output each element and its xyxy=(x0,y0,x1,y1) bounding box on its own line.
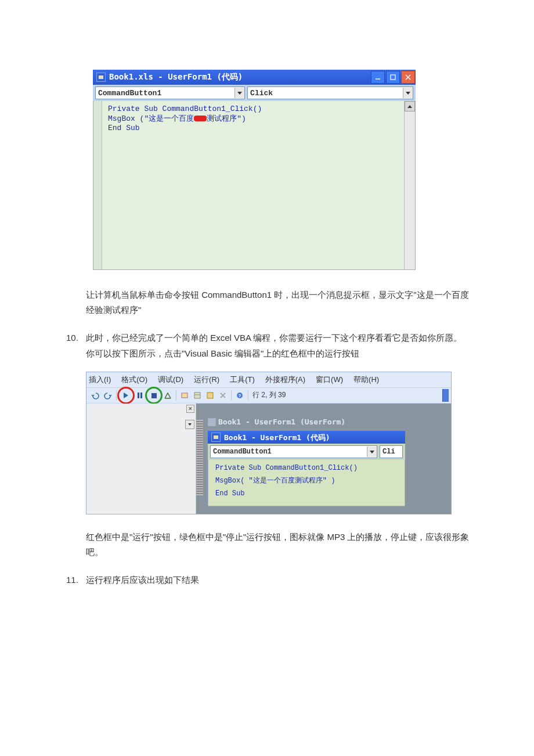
code-line: 测试程序" ) xyxy=(295,477,335,485)
svg-rect-6 xyxy=(194,393,200,398)
project-explorer-button[interactable] xyxy=(179,390,190,401)
close-button[interactable] xyxy=(401,71,415,84)
menu-insert[interactable]: 插入(I) xyxy=(89,373,111,386)
step-item: 10. 此时，你已经完成了一个简单的 Excel VBA 编程，你需要运行一下这… xyxy=(64,330,470,559)
step-text: 此时，你已经完成了一个简单的 Excel VBA 编程，你需要运行一下这个程序看… xyxy=(86,333,462,358)
designer-canvas: Book1 - UserForm1 (UserForm) Book1 - Use… xyxy=(196,404,451,514)
svg-rect-1 xyxy=(391,75,395,80)
scroll-up-button[interactable] xyxy=(405,101,415,111)
pause-button[interactable] xyxy=(134,390,146,401)
toolbar-overflow[interactable] xyxy=(442,389,449,402)
code-line: Private Sub CommandButton1_Click() xyxy=(215,464,358,472)
maximize-button[interactable] xyxy=(386,71,400,84)
inner-window-title: Book1 - UserForm1 (代码) xyxy=(224,431,330,444)
svg-rect-5 xyxy=(182,393,187,398)
code-line: End Sub xyxy=(215,489,244,498)
panel-close-button[interactable]: ✕ xyxy=(186,405,194,413)
chevron-down-icon[interactable] xyxy=(234,88,244,98)
panel-dropdown-button[interactable] xyxy=(185,420,194,429)
inner-object-value: CommandButton1 xyxy=(213,446,272,459)
minimize-button[interactable] xyxy=(371,71,385,84)
vba-editor-screenshot: 插入(I) 格式(O) 调试(D) 运行(R) 工具(T) 外接程序(A) 窗口… xyxy=(86,372,452,514)
toolbar: ? 行 2, 列 39 xyxy=(86,387,451,404)
undo-button[interactable] xyxy=(89,390,101,401)
code-line: End Sub xyxy=(108,124,140,132)
menu-help[interactable]: 帮助(H) xyxy=(353,373,379,386)
code-gutter xyxy=(93,101,102,269)
vertical-scrollbar[interactable] xyxy=(404,101,415,269)
procedure-dropdown-value: Click xyxy=(250,89,273,98)
chevron-down-icon[interactable] xyxy=(403,88,413,98)
inner-object-dropdown[interactable]: CommandButton1 xyxy=(210,445,377,458)
menubar: 插入(I) 格式(O) 调试(D) 运行(R) 工具(T) 外接程序(A) 窗口… xyxy=(86,372,451,387)
menu-format[interactable]: 格式(O) xyxy=(121,373,147,386)
properties-window-button[interactable] xyxy=(192,390,203,401)
step-item: 11. 运行程序后应该出现如下结果 xyxy=(64,572,470,588)
designer-label-text: Book1 - UserForm1 (UserForm) xyxy=(218,415,345,429)
inner-procedure-dropdown[interactable]: Cli xyxy=(380,445,403,458)
code-line: Private Sub CommandButton1_Click() xyxy=(108,105,262,113)
cursor-position: 行 2, 列 39 xyxy=(252,389,286,402)
splitter-grip[interactable] xyxy=(196,420,203,495)
svg-text:?: ? xyxy=(239,393,241,398)
pause-icon xyxy=(138,393,142,398)
procedure-dropdown[interactable]: Click xyxy=(247,87,413,99)
code-line: MsgBox( "这是一个百度 xyxy=(215,477,295,485)
menu-window[interactable]: 窗口(W) xyxy=(316,373,343,386)
code-line: MsgBox ("这是一个百度 xyxy=(108,114,194,123)
form-icon xyxy=(208,418,216,426)
menu-run[interactable]: 运行(R) xyxy=(194,373,219,386)
inner-procedure-value: Cli xyxy=(383,446,395,459)
redo-button[interactable] xyxy=(102,390,114,401)
menu-addins[interactable]: 外接程序(A) xyxy=(265,373,305,386)
paragraph: 让计算机当鼠标单击命令按钮 CommandButton1 时，出现一个消息提示框… xyxy=(86,287,470,317)
object-dropdown-value: CommandButton1 xyxy=(98,89,161,98)
toolbox-button[interactable] xyxy=(217,390,229,401)
chevron-down-icon[interactable] xyxy=(367,447,377,457)
window-icon xyxy=(96,73,106,82)
redaction-icon xyxy=(194,116,207,121)
step-number: 11. xyxy=(66,572,78,588)
vba-code-window: Book1.xls - UserForm1 (代码) CommandButton… xyxy=(93,70,416,270)
step-number: 10. xyxy=(66,330,78,345)
menu-debug[interactable]: 调试(D) xyxy=(158,373,183,386)
designer-label: Book1 - UserForm1 (UserForm) xyxy=(208,415,451,429)
menu-tools[interactable]: 工具(T) xyxy=(230,373,255,386)
side-panel: ✕ xyxy=(86,404,196,514)
step-text: 运行程序后应该出现如下结果 xyxy=(86,575,199,585)
stop-button-highlighted[interactable] xyxy=(145,387,163,404)
inner-titlebar[interactable]: Book1 - UserForm1 (代码) xyxy=(208,431,405,444)
titlebar[interactable]: Book1.xls - UserForm1 (代码) xyxy=(93,70,416,85)
design-mode-button[interactable] xyxy=(162,390,174,401)
code-line: 测试程序") xyxy=(207,114,246,123)
help-button[interactable]: ? xyxy=(234,390,246,401)
window-icon xyxy=(211,433,221,442)
paragraph: 红色框中是"运行"按钮，绿色框中是"停止"运行按钮，图标就像 MP3 上的播放，… xyxy=(86,530,470,559)
stop-icon xyxy=(151,393,157,398)
run-button-highlighted[interactable] xyxy=(117,387,135,404)
object-dropdown[interactable]: CommandButton1 xyxy=(95,87,245,99)
window-title: Book1.xls - UserForm1 (代码) xyxy=(109,72,243,82)
code-editor[interactable]: Private Sub CommandButton1_Click() MsgBo… xyxy=(102,101,404,269)
inner-code-editor[interactable]: Private Sub CommandButton1_Click() MsgBo… xyxy=(208,460,405,506)
inner-code-window: Book1 - UserForm1 (代码) CommandButton1 Cl… xyxy=(208,431,405,506)
object-browser-button[interactable] xyxy=(204,390,216,401)
play-icon xyxy=(124,393,128,398)
svg-rect-8 xyxy=(207,393,213,398)
